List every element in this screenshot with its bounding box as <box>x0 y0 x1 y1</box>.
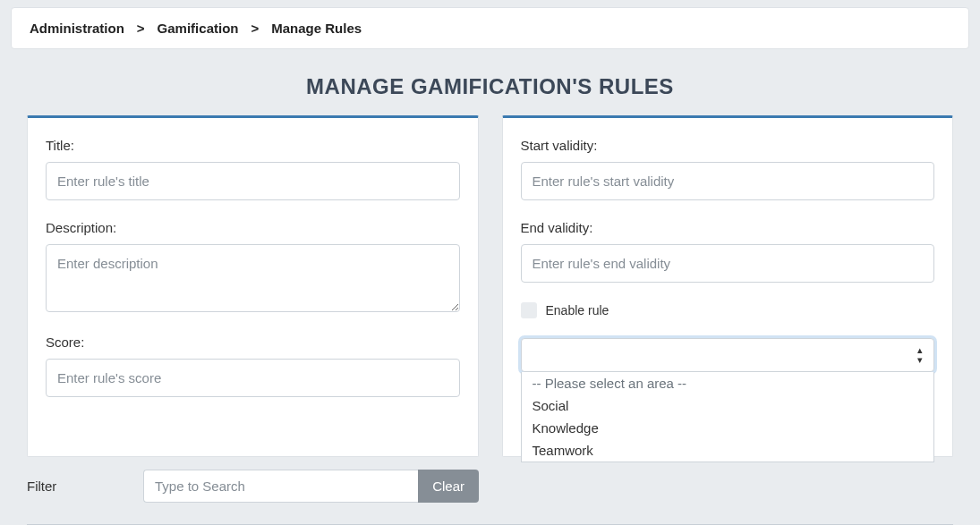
area-option-social[interactable]: Social <box>522 394 934 417</box>
chevron-right-icon: > <box>137 21 145 36</box>
title-input[interactable] <box>46 162 460 200</box>
panel-left: Title: Description: Score: <box>27 115 479 457</box>
breadcrumb-item-gamification[interactable]: Gamification <box>158 21 239 36</box>
chevron-right-icon: > <box>251 21 259 36</box>
breadcrumb-item-administration[interactable]: Administration <box>30 21 124 36</box>
title-label: Title: <box>46 138 460 153</box>
area-option-teamwork[interactable]: Teamwork <box>522 439 934 461</box>
description-input[interactable] <box>46 244 460 312</box>
panel-right: Start validity: End validity: Enable rul… <box>502 115 954 457</box>
score-label: Score: <box>46 334 460 350</box>
start-validity-input[interactable] <box>521 162 935 200</box>
area-dropdown-list: -- Please select an area -- Social Knowl… <box>521 372 935 462</box>
filter-row: Filter Clear <box>0 457 980 503</box>
end-validity-input[interactable] <box>521 244 935 283</box>
filter-input[interactable] <box>143 470 418 503</box>
area-option-placeholder[interactable]: -- Please select an area -- <box>522 372 934 394</box>
page-title: MANAGE GAMIFICATION'S RULES <box>0 74 980 99</box>
description-label: Description: <box>46 220 460 235</box>
breadcrumb: Administration > Gamification > Manage R… <box>11 7 969 49</box>
chevron-updown-icon: ▴▾ <box>917 345 923 365</box>
start-validity-label: Start validity: <box>521 138 935 153</box>
area-select[interactable]: ▴▾ <box>521 338 935 372</box>
area-option-knowledge[interactable]: Knowledge <box>522 417 934 439</box>
end-validity-label: End validity: <box>521 220 935 235</box>
enable-rule-checkbox[interactable] <box>521 302 537 318</box>
clear-button[interactable]: Clear <box>418 470 479 503</box>
score-input[interactable] <box>46 359 460 397</box>
enable-rule-label: Enable rule <box>546 303 609 318</box>
breadcrumb-item-manage-rules[interactable]: Manage Rules <box>271 21 362 36</box>
filter-label: Filter <box>27 478 143 494</box>
